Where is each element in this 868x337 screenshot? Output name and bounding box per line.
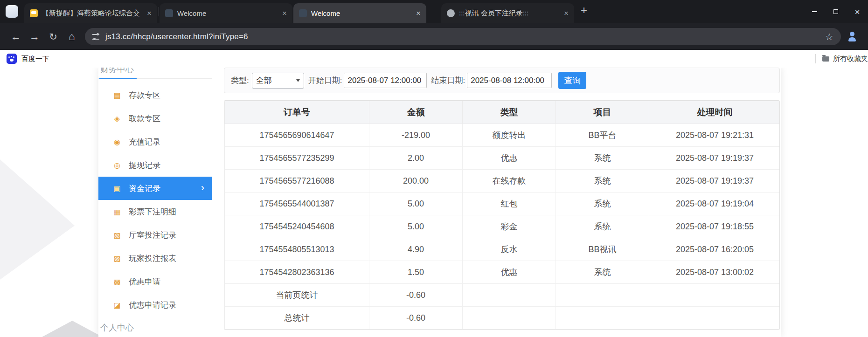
- sidebar-section-finance: 财务中心: [98, 68, 212, 79]
- cell-amount: -219.00: [369, 124, 463, 147]
- sidebar-item-room-bet-records[interactable]: ▧ 厅室投注记录: [98, 223, 212, 247]
- cell-process-time: 2025-08-07 13:00:02: [649, 261, 780, 284]
- cell-process-time: 2025-08-07 19:19:37: [649, 147, 780, 170]
- close-window-button[interactable]: ×: [847, 0, 868, 23]
- decorative-triangle-large: [0, 159, 75, 280]
- type-select-value: 全部: [256, 75, 272, 86]
- browser-tab-strip: 【新提醒】海燕策略论坛综合交 × Welcome × Welcome × :::…: [0, 0, 868, 23]
- cell-order-id: 1754565544001387: [225, 193, 369, 215]
- maximize-button[interactable]: [825, 0, 847, 23]
- sidebar-item-label: 资金记录: [129, 183, 160, 194]
- sidebar-item-promo-apply-records[interactable]: ◪ 优惠申请记录: [98, 293, 212, 316]
- table-row: 1754554805513013 4.90 反水 BB视讯 2025-08-07…: [225, 238, 780, 261]
- home-button[interactable]: ⌂: [62, 28, 81, 46]
- tab-video-bet-records[interactable]: :::视讯 会员下注纪录::: ×: [441, 3, 574, 23]
- section-title[interactable]: 财务中心: [99, 68, 137, 79]
- sidebar-item-promo-apply[interactable]: ▩ 优惠申请: [98, 270, 212, 293]
- avatar-head: [850, 32, 854, 36]
- bookmark-label: 百度一下: [21, 55, 49, 63]
- cell-grand-total-label: 总统计: [225, 307, 369, 330]
- end-date-input[interactable]: [467, 73, 552, 88]
- back-button[interactable]: ←: [7, 28, 25, 46]
- sidebar-item-withdrawal-records[interactable]: ◎ 提现记录: [98, 153, 212, 177]
- cell-process-time: 2025-08-07 19:19:04: [649, 193, 780, 215]
- cell-project: 系统: [556, 193, 649, 215]
- cell-amount: 200.00: [369, 170, 463, 193]
- decorative-triangle-small: [42, 321, 103, 337]
- avatar-shoulders: [848, 37, 856, 41]
- minimize-icon: [812, 11, 817, 12]
- cell-process-time: 2025-08-07 16:20:05: [649, 238, 780, 261]
- col-header-project: 项目: [556, 101, 649, 124]
- site-info-icon[interactable]: [92, 34, 100, 40]
- sidebar-item-label: 优惠申请记录: [129, 300, 176, 310]
- tab-close-icon[interactable]: ×: [280, 9, 289, 18]
- type-label: 类型:: [231, 75, 249, 86]
- new-tab-button[interactable]: +: [575, 5, 593, 16]
- all-bookmarks-button[interactable]: 所有收藏夹: [833, 55, 868, 63]
- browser-workspace-icon[interactable]: [6, 5, 18, 18]
- cell-order-id: 1754565577216088: [225, 170, 369, 193]
- sidebar-item-label: 提现记录: [129, 160, 160, 171]
- withdraw-zone-icon: ◈: [112, 114, 122, 123]
- bookmark-star-icon[interactable]: ☆: [825, 31, 833, 42]
- sidebar-item-label: 彩票下注明细: [129, 206, 176, 217]
- cell-amount: 4.90: [369, 238, 463, 261]
- type-select[interactable]: 全部: [252, 73, 304, 89]
- address-bar[interactable]: js13.cc/hhcp/usercenter.html?iniType=6 ☆: [85, 28, 841, 45]
- baidu-logo-icon: [7, 54, 17, 64]
- start-date-input[interactable]: [344, 73, 427, 88]
- filter-bar: 类型: 全部 开始日期: 结束日期: 查询: [224, 68, 780, 93]
- sidebar-item-label: 玩家投注报表: [129, 253, 176, 264]
- globe-favicon-icon: [447, 9, 455, 17]
- sidebar-item-withdraw-zone[interactable]: ◈ 取款专区: [98, 107, 212, 130]
- cell-page-total-amount: -0.60: [369, 284, 463, 307]
- sidebar: 财务中心 ▤ 存款专区 ◈ 取款专区 ◉ 充值记录: [98, 68, 212, 337]
- cell-order-id: 1754554805513013: [225, 238, 369, 261]
- tab-title: Welcome: [311, 9, 410, 17]
- cell-project: 系统: [556, 215, 649, 238]
- tab-welcome-1[interactable]: Welcome ×: [160, 3, 292, 23]
- cell-empty: [463, 307, 556, 330]
- cell-amount: 1.50: [369, 261, 463, 284]
- cell-type: 反水: [463, 238, 556, 261]
- window-controls: ×: [804, 0, 868, 23]
- query-button[interactable]: 查询: [558, 72, 586, 89]
- sidebar-item-recharge-records[interactable]: ◉ 充值记录: [98, 130, 212, 153]
- cell-process-time: 2025-08-07 19:19:37: [649, 170, 780, 193]
- minimize-button[interactable]: [804, 0, 825, 23]
- usercenter-container: 财务中心 ▤ 存款专区 ◈ 取款专区 ◉ 充值记录: [98, 68, 781, 337]
- reload-button[interactable]: ↻: [44, 28, 62, 46]
- tab-welcome-2-active[interactable]: Welcome ×: [293, 3, 426, 23]
- withdrawal-records-icon: ◎: [112, 161, 122, 170]
- table-row: 1754565544001387 5.00 红包 系统 2025-08-07 1…: [225, 193, 780, 215]
- room-bet-records-icon: ▧: [112, 231, 122, 240]
- site-favicon-icon: [165, 9, 173, 17]
- sidebar-item-player-bet-report[interactable]: ▨ 玩家投注报表: [98, 247, 212, 270]
- profile-avatar-icon[interactable]: [846, 30, 859, 43]
- sidebar-item-deposit-zone[interactable]: ▤ 存款专区: [98, 83, 212, 107]
- tab-close-icon[interactable]: ×: [562, 9, 570, 18]
- tab-close-icon[interactable]: ×: [145, 9, 153, 18]
- screen: 【新提醒】海燕策略论坛综合交 × Welcome × Welcome × :::…: [0, 0, 868, 337]
- sidebar-item-fund-records[interactable]: ▣ 资金记录 ›: [98, 177, 212, 200]
- sidebar-item-label: 充值记录: [129, 137, 160, 147]
- chevron-down-icon: [296, 79, 300, 82]
- bookmark-baidu[interactable]: 百度一下: [7, 54, 49, 64]
- sidebar-section-personal-center[interactable]: 个人中心: [98, 322, 212, 333]
- tab-title: :::视讯 会员下注纪录:::: [459, 9, 558, 18]
- fund-records-panel: 类型: 全部 开始日期: 结束日期: 查询: [224, 68, 781, 337]
- cell-project: BB平台: [556, 124, 649, 147]
- start-date-label: 开始日期:: [308, 75, 342, 86]
- cell-type: 优惠: [463, 261, 556, 284]
- cell-order-id: 1754565577235299: [225, 147, 369, 170]
- sidebar-item-lottery-bet-details[interactable]: ▦ 彩票下注明细: [98, 200, 212, 223]
- url-text[interactable]: js13.cc/hhcp/usercenter.html?iniType=6: [105, 32, 820, 41]
- tab-close-icon[interactable]: ×: [414, 9, 423, 18]
- page-content: 财务中心 ▤ 存款专区 ◈ 取款专区 ◉ 充值记录: [0, 68, 868, 337]
- tab-forum-notice[interactable]: 【新提醒】海燕策略论坛综合交 ×: [24, 3, 157, 23]
- forward-button[interactable]: →: [25, 28, 44, 46]
- sidebar-item-label: 存款专区: [129, 90, 160, 101]
- lottery-bet-details-icon: ▦: [112, 207, 122, 216]
- col-header-amount: 金额: [369, 101, 463, 124]
